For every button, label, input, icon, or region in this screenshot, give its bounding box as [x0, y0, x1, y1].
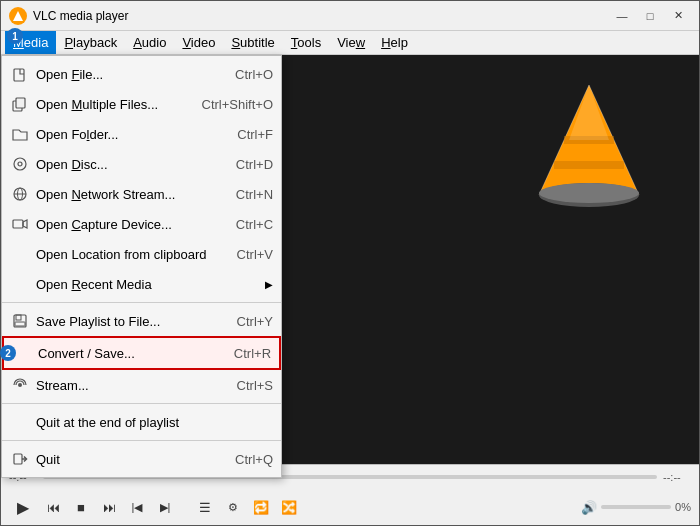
- open-multiple-label: Open Multiple Files...: [36, 97, 172, 112]
- svg-rect-13: [16, 315, 21, 320]
- convert-save-label: Convert / Save...: [38, 346, 204, 361]
- prev-button[interactable]: ⏮: [41, 495, 65, 519]
- open-capture-icon: [10, 214, 30, 234]
- menu-badge-1: 1: [7, 28, 23, 44]
- quit-end-icon: [10, 412, 30, 432]
- open-file-label: Open File...: [36, 67, 205, 82]
- svg-marker-24: [569, 85, 609, 140]
- media-dropdown: Open File... Ctrl+O Open Multiple Files.…: [1, 55, 282, 478]
- play-button[interactable]: ▶: [9, 493, 37, 521]
- svg-rect-16: [14, 454, 22, 464]
- open-disc-label: Open Disc...: [36, 157, 206, 172]
- menu-open-disc[interactable]: Open Disc... Ctrl+D: [2, 149, 281, 179]
- separator-2: [2, 403, 281, 404]
- maximize-button[interactable]: □: [637, 5, 663, 27]
- svg-rect-10: [13, 220, 23, 228]
- convert-save-shortcut: Ctrl+R: [234, 346, 271, 361]
- open-folder-shortcut: Ctrl+F: [237, 127, 273, 142]
- save-playlist-label: Save Playlist to File...: [36, 314, 207, 329]
- menu-open-clipboard[interactable]: Open Location from clipboard Ctrl+V: [2, 239, 281, 269]
- quit-end-label: Quit at the end of playlist: [36, 415, 273, 430]
- menu-save-playlist[interactable]: Save Playlist to File... Ctrl+Y: [2, 306, 281, 336]
- menu-convert-save[interactable]: 2 Convert / Save... Ctrl+R: [2, 336, 281, 370]
- window-controls: — □ ✕: [609, 5, 691, 27]
- quit-label: Quit: [36, 452, 205, 467]
- open-disc-icon: [10, 154, 30, 174]
- vlc-window: VLC media player — □ ✕ 1 Media Playback …: [0, 0, 700, 526]
- svg-marker-11: [23, 220, 27, 228]
- menu-bar: 1 Media Playback Audio Video Subtitle To…: [1, 31, 699, 55]
- separator-1: [2, 302, 281, 303]
- open-file-icon: [10, 64, 30, 84]
- next-button[interactable]: ⏭: [97, 495, 121, 519]
- extended-settings-button[interactable]: ⚙: [221, 495, 245, 519]
- open-folder-label: Open Folder...: [36, 127, 207, 142]
- menu-open-multiple[interactable]: Open Multiple Files... Ctrl+Shift+O: [2, 89, 281, 119]
- open-recent-icon: [10, 274, 30, 294]
- menu-item-media[interactable]: 1 Media: [5, 31, 56, 54]
- controls-row: ▶ ⏮ ■ ⏭ |◀ ▶| ☰ ⚙ 🔁 🔀 🔊 0%: [1, 489, 699, 525]
- menu-open-folder[interactable]: Open Folder... Ctrl+F: [2, 119, 281, 149]
- open-clipboard-icon: [10, 244, 30, 264]
- menu-item-playback[interactable]: Playback: [56, 31, 125, 54]
- open-multiple-icon: [10, 94, 30, 114]
- open-recent-label: Open Recent Media: [36, 277, 261, 292]
- volume-bar[interactable]: [601, 505, 671, 509]
- save-playlist-shortcut: Ctrl+Y: [237, 314, 273, 329]
- stop-button[interactable]: ■: [69, 495, 93, 519]
- svg-point-15: [18, 383, 22, 387]
- time-end: --:--: [663, 471, 691, 483]
- frame-next-button[interactable]: ▶|: [153, 495, 177, 519]
- svg-point-23: [539, 183, 639, 203]
- menu-open-file[interactable]: Open File... Ctrl+O: [2, 59, 281, 89]
- open-network-icon: [10, 184, 30, 204]
- menu-item-audio[interactable]: Audio: [125, 31, 174, 54]
- quit-shortcut: Ctrl+Q: [235, 452, 273, 467]
- stream-icon: [10, 375, 30, 395]
- menu-quit[interactable]: Quit Ctrl+Q: [2, 444, 281, 474]
- svg-point-6: [18, 162, 22, 166]
- close-button[interactable]: ✕: [665, 5, 691, 27]
- minimize-button[interactable]: —: [609, 5, 635, 27]
- menu-stream[interactable]: Stream... Ctrl+S: [2, 370, 281, 400]
- open-network-shortcut: Ctrl+N: [236, 187, 273, 202]
- open-folder-icon: [10, 124, 30, 144]
- menu-open-network[interactable]: Open Network Stream... Ctrl+N: [2, 179, 281, 209]
- menu-item-subtitle[interactable]: Subtitle: [223, 31, 282, 54]
- main-area: Open File... Ctrl+O Open Multiple Files.…: [1, 55, 699, 464]
- vlc-title-icon: [9, 7, 27, 25]
- svg-rect-4: [16, 98, 25, 108]
- loop-button[interactable]: 🔁: [249, 495, 273, 519]
- separator-3: [2, 440, 281, 441]
- open-clipboard-shortcut: Ctrl+V: [237, 247, 273, 262]
- svg-rect-2: [14, 69, 24, 81]
- window-title: VLC media player: [33, 9, 609, 23]
- menu-item-video[interactable]: Video: [174, 31, 223, 54]
- stream-shortcut: Ctrl+S: [237, 378, 273, 393]
- open-multiple-shortcut: Ctrl+Shift+O: [202, 97, 274, 112]
- volume-pct: 0%: [675, 501, 691, 513]
- title-bar: VLC media player — □ ✕: [1, 1, 699, 31]
- menu-quit-end[interactable]: Quit at the end of playlist: [2, 407, 281, 437]
- menu-item-help[interactable]: Help: [373, 31, 416, 54]
- menu-item-view[interactable]: View: [329, 31, 373, 54]
- menu-badge-2: 2: [0, 345, 16, 361]
- menu-open-recent[interactable]: Open Recent Media ▶: [2, 269, 281, 299]
- svg-point-5: [14, 158, 26, 170]
- open-network-label: Open Network Stream...: [36, 187, 206, 202]
- open-capture-label: Open Capture Device...: [36, 217, 206, 232]
- open-file-shortcut: Ctrl+O: [235, 67, 273, 82]
- volume-icon: 🔊: [581, 500, 597, 515]
- frame-prev-button[interactable]: |◀: [125, 495, 149, 519]
- stream-label: Stream...: [36, 378, 207, 393]
- menu-open-capture[interactable]: Open Capture Device... Ctrl+C: [2, 209, 281, 239]
- vlc-cone-logo: [529, 75, 649, 215]
- open-disc-shortcut: Ctrl+D: [236, 157, 273, 172]
- svg-rect-14: [15, 322, 25, 326]
- quit-icon: [10, 449, 30, 469]
- random-button[interactable]: 🔀: [277, 495, 301, 519]
- menu-item-tools[interactable]: Tools: [283, 31, 329, 54]
- playlist-button[interactable]: ☰: [193, 495, 217, 519]
- save-playlist-icon: [10, 311, 30, 331]
- open-capture-shortcut: Ctrl+C: [236, 217, 273, 232]
